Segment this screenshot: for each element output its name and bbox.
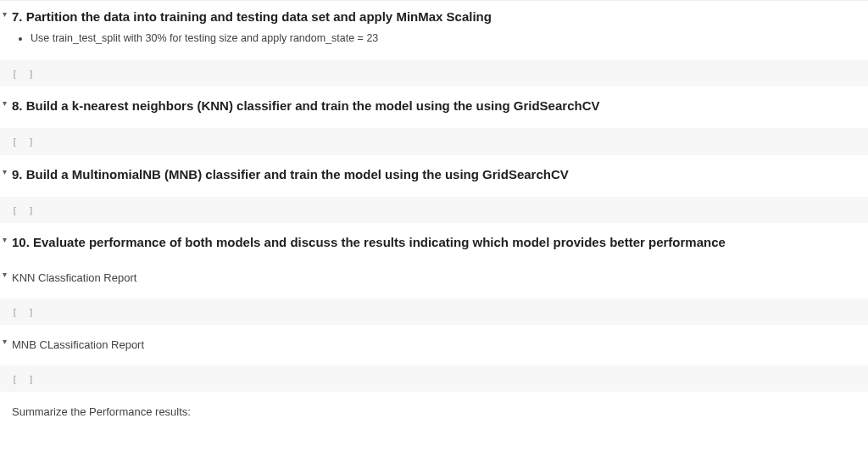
markdown-cell-summary[interactable]: Summarize the Performance results: (0, 397, 868, 427)
collapse-icon[interactable]: ▾ (0, 268, 8, 281)
code-prompt: [ ] (12, 307, 36, 318)
top-divider (0, 0, 868, 1)
bullet-list-section-7: Use train_test_split with 30% for testin… (31, 31, 860, 47)
code-prompt: [ ] (12, 374, 36, 385)
collapse-icon[interactable]: ▾ (0, 97, 8, 109)
markdown-cell-section-10[interactable]: ▾ 10. Evaluate performance of both model… (0, 228, 868, 259)
code-prompt: [ ] (12, 69, 36, 80)
code-cell-empty[interactable]: [ ] (0, 365, 868, 393)
code-cell-empty[interactable]: [ ] (0, 298, 868, 326)
summary-text: Summarize the Performance results: (12, 404, 860, 421)
markdown-cell-section-9[interactable]: ▾ 9. Build a MultinomialNB (MNB) classif… (0, 160, 868, 192)
collapse-icon[interactable]: ▾ (0, 165, 8, 178)
collapse-icon[interactable]: ▾ (0, 233, 8, 246)
knn-report-text: KNN Classfication Report (12, 270, 860, 287)
markdown-cell-mnb-report[interactable]: ▾ MNB CLassification Report (0, 330, 868, 360)
markdown-cell-knn-report[interactable]: ▾ KNN Classfication Report (0, 263, 868, 293)
code-cell-empty[interactable]: [ ] (0, 60, 868, 87)
code-prompt: [ ] (12, 205, 36, 216)
heading-section-10: 10. Evaluate performance of both models … (12, 233, 860, 251)
markdown-cell-section-7[interactable]: ▾ 7. Partition the data into training an… (0, 3, 868, 55)
code-cell-empty[interactable]: [ ] (0, 128, 868, 155)
heading-section-9: 9. Build a MultinomialNB (MNB) classifie… (12, 165, 860, 183)
code-cell-empty[interactable]: [ ] (0, 197, 868, 224)
heading-section-8: 8. Build a k-nearest neighbors (KNN) cla… (12, 97, 860, 114)
list-item: Use train_test_split with 30% for testin… (31, 31, 860, 47)
collapse-icon[interactable]: ▾ (0, 335, 8, 348)
collapse-icon[interactable]: ▾ (0, 8, 8, 20)
markdown-cell-section-8[interactable]: ▾ 8. Build a k-nearest neighbors (KNN) c… (0, 92, 868, 123)
mnb-report-text: MNB CLassification Report (12, 337, 860, 354)
heading-section-7: 7. Partition the data into training and … (12, 8, 860, 25)
code-prompt: [ ] (12, 137, 36, 148)
